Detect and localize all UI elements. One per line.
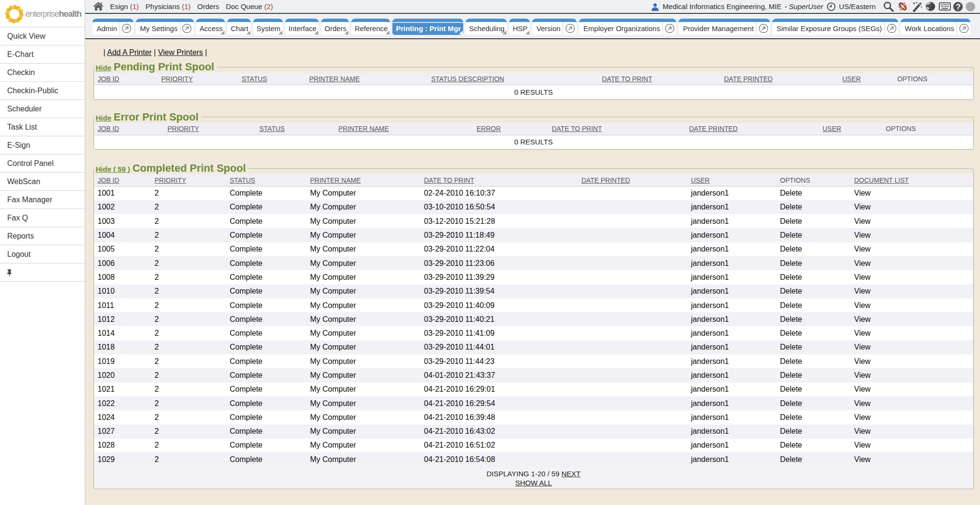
svg-text:?: ? [956,2,960,11]
